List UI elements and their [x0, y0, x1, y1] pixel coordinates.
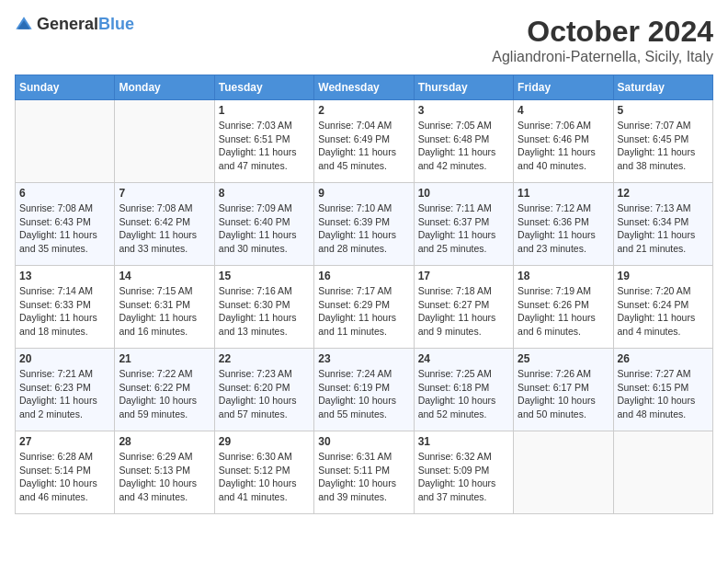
day-number: 31 [418, 435, 509, 448]
calendar-cell [514, 431, 613, 514]
day-info: Sunrise: 7:24 AM Sunset: 6:19 PM Dayligh… [318, 367, 409, 421]
day-info: Sunrise: 6:30 AM Sunset: 5:12 PM Dayligh… [219, 450, 310, 504]
calendar-cell: 20Sunrise: 7:21 AM Sunset: 6:23 PM Dayli… [16, 349, 115, 431]
calendar-cell: 6Sunrise: 7:08 AM Sunset: 6:43 PM Daylig… [16, 183, 115, 266]
calendar-day-header: Thursday [414, 75, 513, 100]
day-info: Sunrise: 7:22 AM Sunset: 6:22 PM Dayligh… [119, 367, 210, 421]
day-number: 21 [119, 352, 210, 365]
calendar-cell: 18Sunrise: 7:19 AM Sunset: 6:26 PM Dayli… [514, 266, 613, 349]
day-info: Sunrise: 7:23 AM Sunset: 6:20 PM Dayligh… [219, 367, 310, 421]
day-number: 1 [219, 104, 310, 117]
day-info: Sunrise: 6:28 AM Sunset: 5:14 PM Dayligh… [19, 450, 110, 504]
page-header: GeneralBlue October 2024 Agliandroni-Pat… [15, 15, 713, 65]
day-info: Sunrise: 7:06 AM Sunset: 6:46 PM Dayligh… [518, 119, 609, 173]
day-info: Sunrise: 7:26 AM Sunset: 6:17 PM Dayligh… [518, 367, 609, 421]
day-number: 28 [119, 435, 210, 448]
day-number: 2 [318, 104, 409, 117]
calendar-day-header: Wednesday [314, 75, 414, 100]
calendar-cell: 12Sunrise: 7:13 AM Sunset: 6:34 PM Dayli… [613, 183, 712, 266]
logo-blue: Blue [98, 15, 134, 33]
title-block: October 2024 Agliandroni-Paternella, Sic… [492, 15, 713, 65]
calendar-cell: 25Sunrise: 7:26 AM Sunset: 6:17 PM Dayli… [514, 349, 613, 431]
calendar-day-header: Friday [514, 75, 613, 100]
day-number: 7 [119, 187, 210, 200]
calendar-cell: 21Sunrise: 7:22 AM Sunset: 6:22 PM Dayli… [115, 349, 214, 431]
day-number: 6 [19, 187, 110, 200]
calendar-cell: 15Sunrise: 7:16 AM Sunset: 6:30 PM Dayli… [214, 266, 313, 349]
calendar-cell: 4Sunrise: 7:06 AM Sunset: 6:46 PM Daylig… [514, 100, 613, 183]
day-number: 17 [418, 270, 509, 282]
day-number: 25 [518, 352, 609, 365]
day-info: Sunrise: 7:13 AM Sunset: 6:34 PM Dayligh… [618, 201, 709, 256]
calendar-cell: 23Sunrise: 7:24 AM Sunset: 6:19 PM Dayli… [314, 349, 414, 431]
day-number: 5 [618, 104, 709, 117]
calendar-cell [16, 100, 115, 183]
day-number: 27 [19, 435, 110, 448]
day-info: Sunrise: 7:10 AM Sunset: 6:39 PM Dayligh… [318, 201, 409, 256]
day-number: 12 [618, 187, 709, 200]
calendar-cell: 26Sunrise: 7:27 AM Sunset: 6:15 PM Dayli… [613, 349, 712, 431]
day-info: Sunrise: 7:05 AM Sunset: 6:48 PM Dayligh… [418, 119, 509, 173]
calendar-cell: 10Sunrise: 7:11 AM Sunset: 6:37 PM Dayli… [414, 183, 513, 266]
calendar-cell: 3Sunrise: 7:05 AM Sunset: 6:48 PM Daylig… [414, 100, 513, 183]
calendar-table: SundayMondayTuesdayWednesdayThursdayFrid… [15, 75, 713, 514]
day-number: 24 [418, 352, 509, 365]
day-info: Sunrise: 7:17 AM Sunset: 6:29 PM Dayligh… [318, 284, 409, 339]
calendar-cell: 19Sunrise: 7:20 AM Sunset: 6:24 PM Dayli… [613, 266, 712, 349]
day-number: 15 [219, 270, 310, 282]
calendar-cell: 7Sunrise: 7:08 AM Sunset: 6:42 PM Daylig… [115, 183, 214, 266]
day-number: 8 [219, 187, 310, 200]
calendar-cell: 11Sunrise: 7:12 AM Sunset: 6:36 PM Dayli… [514, 183, 613, 266]
day-number: 30 [318, 435, 409, 448]
calendar-cell: 13Sunrise: 7:14 AM Sunset: 6:33 PM Dayli… [16, 266, 115, 349]
day-info: Sunrise: 7:20 AM Sunset: 6:24 PM Dayligh… [618, 284, 709, 339]
day-info: Sunrise: 7:03 AM Sunset: 6:51 PM Dayligh… [219, 119, 310, 173]
calendar-day-header: Monday [115, 75, 214, 100]
day-number: 4 [518, 104, 609, 117]
calendar-week-row: 6Sunrise: 7:08 AM Sunset: 6:43 PM Daylig… [16, 183, 713, 266]
day-number: 9 [318, 187, 409, 200]
day-number: 20 [19, 352, 110, 365]
calendar-cell: 27Sunrise: 6:28 AM Sunset: 5:14 PM Dayli… [16, 431, 115, 514]
day-info: Sunrise: 7:04 AM Sunset: 6:49 PM Dayligh… [318, 119, 409, 173]
calendar-week-row: 1Sunrise: 7:03 AM Sunset: 6:51 PM Daylig… [16, 100, 713, 183]
location-title: Agliandroni-Paternella, Sicily, Italy [492, 49, 713, 65]
calendar-cell: 9Sunrise: 7:10 AM Sunset: 6:39 PM Daylig… [314, 183, 414, 266]
day-number: 14 [119, 270, 210, 282]
month-title: October 2024 [492, 15, 713, 49]
day-number: 3 [418, 104, 509, 117]
day-info: Sunrise: 7:11 AM Sunset: 6:37 PM Dayligh… [418, 201, 509, 256]
day-info: Sunrise: 7:14 AM Sunset: 6:33 PM Dayligh… [19, 284, 110, 339]
day-info: Sunrise: 7:18 AM Sunset: 6:27 PM Dayligh… [418, 284, 509, 339]
day-number: 13 [19, 270, 110, 282]
day-number: 23 [318, 352, 409, 365]
calendar-cell: 16Sunrise: 7:17 AM Sunset: 6:29 PM Dayli… [314, 266, 414, 349]
day-number: 19 [618, 270, 709, 282]
logo-text: GeneralBlue [37, 15, 134, 34]
calendar-day-header: Sunday [16, 75, 115, 100]
calendar-cell: 24Sunrise: 7:25 AM Sunset: 6:18 PM Dayli… [414, 349, 513, 431]
day-info: Sunrise: 7:09 AM Sunset: 6:40 PM Dayligh… [219, 201, 310, 256]
day-number: 10 [418, 187, 509, 200]
calendar-cell: 31Sunrise: 6:32 AM Sunset: 5:09 PM Dayli… [414, 431, 513, 514]
calendar-cell: 22Sunrise: 7:23 AM Sunset: 6:20 PM Dayli… [214, 349, 313, 431]
day-info: Sunrise: 6:29 AM Sunset: 5:13 PM Dayligh… [119, 450, 210, 504]
calendar-cell: 5Sunrise: 7:07 AM Sunset: 6:45 PM Daylig… [613, 100, 712, 183]
calendar-week-row: 27Sunrise: 6:28 AM Sunset: 5:14 PM Dayli… [16, 431, 713, 514]
day-info: Sunrise: 7:15 AM Sunset: 6:31 PM Dayligh… [119, 284, 210, 339]
day-info: Sunrise: 7:16 AM Sunset: 6:30 PM Dayligh… [219, 284, 310, 339]
day-info: Sunrise: 7:27 AM Sunset: 6:15 PM Dayligh… [618, 367, 709, 421]
calendar-cell: 30Sunrise: 6:31 AM Sunset: 5:11 PM Dayli… [314, 431, 414, 514]
day-info: Sunrise: 7:07 AM Sunset: 6:45 PM Dayligh… [618, 119, 709, 173]
day-info: Sunrise: 7:19 AM Sunset: 6:26 PM Dayligh… [518, 284, 609, 339]
calendar-cell: 17Sunrise: 7:18 AM Sunset: 6:27 PM Dayli… [414, 266, 513, 349]
day-info: Sunrise: 6:32 AM Sunset: 5:09 PM Dayligh… [418, 450, 509, 504]
calendar-cell: 8Sunrise: 7:09 AM Sunset: 6:40 PM Daylig… [214, 183, 313, 266]
day-info: Sunrise: 7:25 AM Sunset: 6:18 PM Dayligh… [418, 367, 509, 421]
day-number: 18 [518, 270, 609, 282]
calendar-cell [613, 431, 712, 514]
calendar-day-header: Tuesday [214, 75, 313, 100]
day-info: Sunrise: 6:31 AM Sunset: 5:11 PM Dayligh… [318, 450, 409, 504]
calendar-cell: 29Sunrise: 6:30 AM Sunset: 5:12 PM Dayli… [214, 431, 313, 514]
day-info: Sunrise: 7:12 AM Sunset: 6:36 PM Dayligh… [518, 201, 609, 256]
